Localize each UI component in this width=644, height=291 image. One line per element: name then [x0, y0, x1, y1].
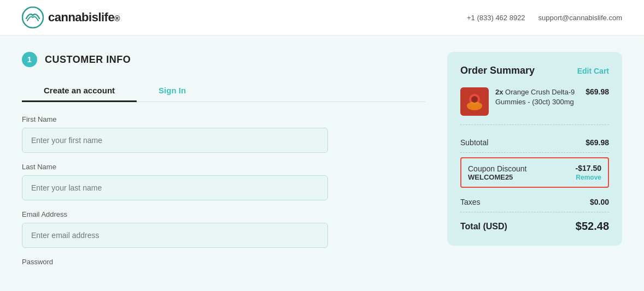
left-panel: 1 CUSTOMER INFO Create an account Sign I… [22, 52, 425, 276]
subtotal-label: Subtotal [460, 138, 488, 147]
svg-point-3 [467, 102, 482, 110]
password-group: Password [22, 258, 425, 266]
section-title: CUSTOMER INFO [45, 54, 131, 66]
product-row: 2x Orange Crush Delta-9 Gummies - (30ct)… [460, 87, 609, 125]
coupon-label: Coupon Discount [468, 164, 526, 173]
subtotal-value: $69.98 [586, 138, 609, 147]
phone-number: +1 (833) 462 8922 [467, 14, 525, 22]
header-contact: +1 (833) 462 8922 support@cannabislife.c… [467, 14, 622, 22]
total-row: Total (USD) $52.48 [460, 212, 609, 233]
order-summary-card: Order Summary Edit Cart 2x Orange [447, 52, 622, 246]
taxes-row: Taxes $0.00 [460, 192, 609, 212]
main-content: 1 CUSTOMER INFO Create an account Sign I… [0, 35, 644, 291]
email-group: Email Address [22, 210, 425, 248]
product-thumbnail [460, 87, 489, 116]
last-name-group: Last Name [22, 163, 425, 200]
subtotal-row: Subtotal $69.98 [460, 133, 609, 153]
coupon-code: WELCOME25 [468, 173, 526, 181]
product-image [460, 87, 489, 116]
section-header: 1 CUSTOMER INFO [22, 52, 425, 67]
right-panel: Order Summary Edit Cart 2x Orange [447, 52, 622, 276]
product-price: $69.98 [586, 87, 609, 96]
last-name-input[interactable] [22, 175, 328, 200]
order-summary-title: Order Summary [460, 65, 535, 76]
svg-point-4 [471, 96, 478, 103]
product-info: 2x Orange Crush Delta-9 Gummies - (30ct)… [495, 87, 579, 107]
email-label: Email Address [22, 210, 425, 218]
logo-text: cannabislife® [48, 10, 120, 25]
taxes-value: $0.00 [590, 198, 609, 206]
order-summary-header: Order Summary Edit Cart [460, 65, 609, 76]
logo: cannabislife® [22, 7, 120, 28]
coupon-row: Coupon Discount WELCOME25 -$17.50 Remove [460, 157, 609, 188]
step-badge: 1 [22, 52, 37, 67]
logo-icon [22, 7, 44, 28]
page-header: cannabislife® +1 (833) 462 8922 support@… [0, 0, 644, 35]
total-label: Total (USD) [460, 222, 507, 231]
email-address: support@cannabislife.com [538, 14, 622, 22]
taxes-label: Taxes [460, 198, 481, 206]
first-name-label: First Name [22, 115, 425, 123]
account-tabs: Create an account Sign In [22, 80, 425, 102]
password-label: Password [22, 258, 425, 266]
email-input[interactable] [22, 223, 328, 248]
first-name-group: First Name [22, 115, 425, 153]
coupon-discount: -$17.50 [576, 164, 601, 173]
first-name-input[interactable] [22, 128, 328, 153]
coupon-right: -$17.50 Remove [576, 164, 601, 181]
tab-sign-in[interactable]: Sign In [137, 80, 208, 102]
tab-create-account[interactable]: Create an account [22, 80, 137, 102]
coupon-info: Coupon Discount WELCOME25 [468, 164, 526, 181]
total-value: $52.48 [576, 220, 609, 233]
edit-cart-link[interactable]: Edit Cart [577, 67, 609, 75]
product-name: 2x Orange Crush Delta-9 Gummies - (30ct)… [495, 87, 579, 107]
last-name-label: Last Name [22, 163, 425, 171]
coupon-remove-link[interactable]: Remove [576, 174, 601, 181]
